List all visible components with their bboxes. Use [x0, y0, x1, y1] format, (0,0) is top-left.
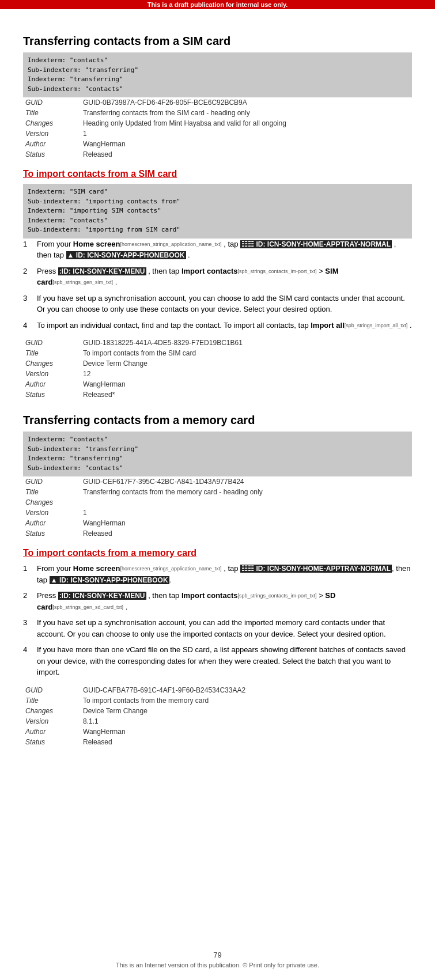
sub1-meta-row-title: Title To import contacts from the SIM ca… [23, 348, 412, 358]
s2-step-2-num: 2 [23, 590, 37, 612]
subsection2-title: To import contacts from a memory card [23, 548, 412, 558]
sub2-changes-label: Changes [23, 706, 81, 716]
sub1-meta-row-changes: Changes Device Term Change [23, 358, 412, 369]
subsection2-meta-table: GUID GUID-CAFBA77B-691C-4AF1-9F60-B24534… [23, 685, 412, 747]
sub2-title-label: Title [23, 695, 81, 706]
title-label: Title [23, 108, 81, 118]
section2-meta-table: GUID GUID-CEF617F7-395C-42BC-A841-1D43A9… [23, 476, 412, 539]
sub2-meta-row-guid: GUID GUID-CAFBA77B-691C-4AF1-9F60-B24534… [23, 685, 412, 695]
sub1-status-label: Status [23, 389, 81, 400]
s2-step-1: 1 From your Home screen[homescreen_strin… [23, 563, 412, 585]
step-4-num: 4 [23, 320, 37, 331]
s2-meta-row-title: Title Transferring contacts from the mem… [23, 487, 412, 497]
step-4: 4 To import an individual contact, find … [23, 320, 412, 331]
section1-code-block: Indexterm: "contacts" Sub-indexterm: "tr… [23, 52, 412, 97]
s2-meta-row-author: Author WangHerman [23, 518, 412, 528]
meta-row-changes: Changes Heading only Updated from Mint H… [23, 118, 412, 128]
sub2-changes-value: Device Term Change [81, 706, 412, 716]
page-content: Transferring contacts from a SIM card In… [0, 9, 435, 791]
status-value: Released [81, 149, 412, 160]
draft-banner: This is a draft publication for internal… [0, 0, 435, 9]
step-1: 1 From your Home screen[homescreen_strin… [23, 239, 412, 261]
step-3: 3 If you have set up a synchronisation a… [23, 293, 412, 315]
s2-step-4-num: 4 [23, 644, 37, 678]
page-number: 79 [0, 951, 435, 959]
step-1-num: 1 [23, 239, 37, 261]
s2-version-label: Version [23, 508, 81, 518]
s2-author-value: WangHerman [81, 518, 412, 528]
s2-changes-value [81, 497, 412, 508]
s2-step2-import: Import contacts [181, 591, 238, 600]
section2-title: Transferring contacts from a memory card [23, 414, 412, 427]
sub1-meta-row-guid: GUID GUID-18318225-441A-4DE5-8329-F7ED19… [23, 338, 412, 348]
section2-code-block: Indexterm: "contacts" Sub-indexterm: "tr… [23, 432, 412, 476]
meta-row-status: Status Released [23, 149, 412, 160]
step1-homescreen: Home screen [73, 240, 120, 248]
s2-meta-row-changes: Changes [23, 497, 412, 508]
sub1-author-label: Author [23, 379, 81, 389]
meta-row-author: Author WangHerman [23, 139, 412, 149]
step-3-num: 3 [23, 293, 37, 315]
sub2-version-label: Version [23, 716, 81, 727]
s2-meta-row-version: Version 1 [23, 508, 412, 518]
sub1-author-value: WangHerman [81, 379, 412, 389]
sub1-version-value: 12 [81, 369, 412, 379]
sub2-guid-value: GUID-CAFBA77B-691C-4AF1-9F60-B24534C33AA… [81, 685, 412, 695]
status-label: Status [23, 149, 81, 160]
section1-meta-table: GUID GUID-0B73987A-CFD6-4F26-805F-BCE6C9… [23, 97, 412, 160]
sub1-status-value: Released* [81, 389, 412, 400]
s2-guid-label: GUID [23, 476, 81, 487]
s2-step2-menu: :ID: ICN-SONY-KEY-MENU [58, 592, 146, 600]
step-3-content: If you have set up a synchronisation acc… [37, 293, 412, 315]
step-1-content: From your Home screen[homescreen_strings… [37, 239, 412, 261]
step2-menu: :ID: ICN-SONY-KEY-MENU [58, 267, 146, 275]
page-footer: 79 This is an Internet version of this p… [0, 951, 435, 968]
sub1-meta-row-status: Status Released* [23, 389, 412, 400]
subsection1-title: To import contacts from a SIM card [23, 169, 412, 179]
sub2-status-label: Status [23, 737, 81, 747]
sub2-meta-row-author: Author WangHerman [23, 727, 412, 737]
version-value: 1 [81, 128, 412, 139]
sub2-guid-label: GUID [23, 685, 81, 695]
author-value: WangHerman [81, 139, 412, 149]
s2-step-1-content: From your Home screen[homescreen_strings… [37, 563, 412, 585]
s2-step1-icon2: ▲ ID: ICN-SONY-APP-PHONEBOOK [50, 576, 169, 584]
s2-step-3-num: 3 [23, 617, 37, 640]
s2-title-value: Transferring contacts from the memory ca… [81, 487, 412, 497]
subsection2-steps: 1 From your Home screen[homescreen_strin… [23, 563, 412, 678]
s2-step-2: 2 Press :ID: ICN-SONY-KEY-MENU , then ta… [23, 590, 412, 612]
s2-guid-value: GUID-CEF617F7-395C-42BC-A841-1D43A977B42… [81, 476, 412, 487]
guid-value: GUID-0B73987A-CFD6-4F26-805F-BCE6C92BCB9… [81, 97, 412, 108]
sub1-meta-row-version: Version 12 [23, 369, 412, 379]
s2-title-label: Title [23, 487, 81, 497]
sub1-guid-label: GUID [23, 338, 81, 348]
s2-step1-homescreen: Home screen [73, 564, 120, 573]
s2-changes-label: Changes [23, 497, 81, 508]
sub1-meta-row-author: Author WangHerman [23, 379, 412, 389]
sub2-meta-row-status: Status Released [23, 737, 412, 747]
footer-note: This is an Internet version of this publ… [0, 962, 435, 968]
s2-step-4: 4 If you have more than one vCard file o… [23, 644, 412, 678]
step-2-num: 2 [23, 266, 37, 288]
step2-import: Import contacts [181, 267, 238, 275]
sub2-meta-row-version: Version 8.1.1 [23, 716, 412, 727]
meta-row-guid: GUID GUID-0B73987A-CFD6-4F26-805F-BCE6C9… [23, 97, 412, 108]
version-label: Version [23, 128, 81, 139]
sub1-title-value: To import contacts from the SIM card [81, 348, 412, 358]
step1-icon1: ☷☷ ID: ICN-SONY-HOME-APPTRAY-NORMAL [240, 240, 392, 248]
sub1-changes-label: Changes [23, 358, 81, 369]
s2-step-4-content: If you have more than one vCard file on … [37, 644, 412, 678]
section1-title: Transferring contacts from a SIM card [23, 35, 412, 48]
s2-status-label: Status [23, 528, 81, 539]
sub2-status-value: Released [81, 737, 412, 747]
step-2-content: Press :ID: ICN-SONY-KEY-MENU , then tap … [37, 266, 412, 288]
s2-meta-row-status: Status Released [23, 528, 412, 539]
step-4-content: To import an individual contact, find an… [37, 320, 412, 331]
s2-version-value: 1 [81, 508, 412, 518]
meta-row-title: Title Transferring contacts from the SIM… [23, 108, 412, 118]
s2-step-1-num: 1 [23, 563, 37, 585]
title-value: Transferring contacts from the SIM card … [81, 108, 412, 118]
sub1-version-label: Version [23, 369, 81, 379]
changes-label: Changes [23, 118, 81, 128]
s2-step-2-content: Press :ID: ICN-SONY-KEY-MENU , then tap … [37, 590, 412, 612]
